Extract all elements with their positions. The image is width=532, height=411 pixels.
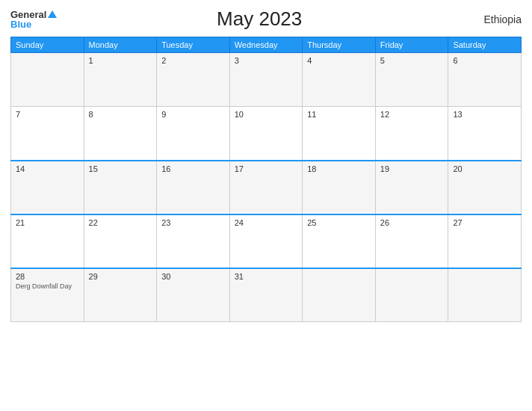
weekday-header-wednesday: Wednesday: [229, 37, 303, 53]
day-number: 23: [161, 218, 225, 227]
logo-blue-text: Blue: [10, 19, 57, 29]
weekday-header-tuesday: Tuesday: [157, 37, 230, 53]
day-number: 7: [16, 110, 79, 119]
day-number: 6: [453, 56, 516, 65]
day-cell: 26: [375, 214, 448, 268]
day-number: 18: [307, 164, 371, 173]
day-number: 24: [235, 218, 298, 227]
day-cell: 20: [448, 161, 522, 214]
day-cell: 3: [229, 53, 303, 107]
day-cell: 15: [84, 161, 157, 214]
day-number: 11: [307, 110, 371, 119]
day-number: 8: [89, 110, 152, 119]
logo-triangle-icon: [48, 10, 57, 18]
day-number: 17: [235, 164, 298, 173]
day-cell: 1: [84, 53, 157, 107]
day-cell: 2: [157, 53, 230, 107]
day-cell: [303, 268, 376, 322]
day-number: 25: [307, 218, 371, 227]
day-number: 21: [16, 218, 79, 227]
day-cell: 14: [11, 161, 84, 214]
day-cell: 18: [303, 161, 376, 214]
day-number: 15: [89, 164, 152, 173]
weekday-header-saturday: Saturday: [448, 37, 522, 53]
day-cell: 5: [375, 53, 448, 107]
country-label: Ethiopia: [462, 13, 522, 25]
calendar-title: May 2023: [57, 7, 462, 31]
logo: General Blue: [10, 10, 57, 29]
day-cell: 28Derg Downfall Day: [11, 268, 84, 322]
day-cell: 30: [157, 268, 230, 322]
day-cell: 13: [448, 107, 522, 161]
week-row-4: 21222324252627: [11, 214, 522, 268]
day-cell: 11: [303, 107, 376, 161]
day-cell: 23: [157, 214, 230, 268]
calendar-table: SundayMondayTuesdayWednesdayThursdayFrid…: [10, 37, 522, 322]
day-number: 1: [89, 56, 152, 65]
day-cell: 19: [375, 161, 448, 214]
day-cell: [11, 53, 84, 107]
week-row-1: 123456: [11, 53, 522, 107]
day-number: 16: [161, 164, 225, 173]
day-cell: 31: [229, 268, 303, 322]
day-number: 3: [235, 56, 298, 65]
weekday-header-thursday: Thursday: [303, 37, 376, 53]
day-number: 10: [235, 110, 298, 119]
day-number: 27: [453, 218, 516, 227]
day-cell: 29: [84, 268, 157, 322]
day-number: 19: [380, 164, 444, 173]
weekday-header-sunday: Sunday: [11, 37, 84, 53]
day-number: 31: [235, 272, 298, 281]
logo-general-text: General: [10, 10, 46, 19]
day-number: 4: [307, 56, 371, 65]
day-cell: 9: [157, 107, 230, 161]
day-cell: 22: [84, 214, 157, 268]
day-cell: 6: [448, 53, 522, 107]
day-number: 13: [453, 110, 516, 119]
week-row-3: 14151617181920: [11, 161, 522, 214]
day-cell: 8: [84, 107, 157, 161]
day-cell: [375, 268, 448, 322]
day-cell: 10: [229, 107, 303, 161]
event-text: Derg Downfall Day: [16, 282, 79, 290]
week-row-5: 28Derg Downfall Day293031: [11, 268, 522, 322]
day-number: 29: [89, 272, 152, 281]
weekday-header-friday: Friday: [375, 37, 448, 53]
day-number: 26: [380, 218, 444, 227]
day-number: 28: [16, 272, 79, 281]
day-cell: 4: [303, 53, 376, 107]
day-cell: 12: [375, 107, 448, 161]
day-number: 30: [161, 272, 225, 281]
day-cell: [448, 268, 522, 322]
day-number: 14: [16, 164, 79, 173]
day-cell: 7: [11, 107, 84, 161]
day-cell: 25: [303, 214, 376, 268]
day-cell: 27: [448, 214, 522, 268]
calendar-page: General Blue May 2023 Ethiopia SundayMon…: [0, 0, 532, 411]
week-row-2: 78910111213: [11, 107, 522, 161]
day-cell: 17: [229, 161, 303, 214]
day-number: 12: [380, 110, 444, 119]
day-number: 2: [161, 56, 225, 65]
calendar-header: General Blue May 2023 Ethiopia: [10, 7, 522, 31]
day-number: 9: [161, 110, 225, 119]
day-cell: 21: [11, 214, 84, 268]
weekday-header-monday: Monday: [84, 37, 157, 53]
day-cell: 24: [229, 214, 303, 268]
day-cell: 16: [157, 161, 230, 214]
day-number: 20: [453, 164, 516, 173]
day-number: 22: [89, 218, 152, 227]
weekday-header-row: SundayMondayTuesdayWednesdayThursdayFrid…: [11, 37, 522, 53]
day-number: 5: [380, 56, 444, 65]
